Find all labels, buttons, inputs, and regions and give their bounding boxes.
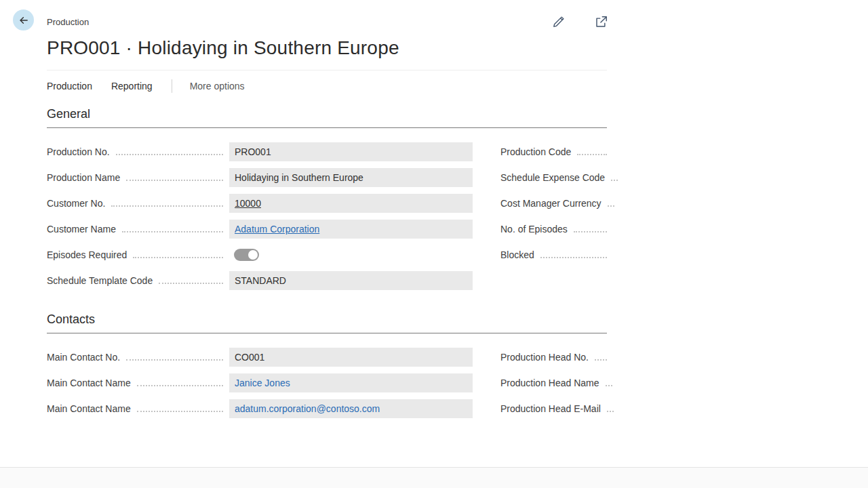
- header-divider: [47, 70, 607, 70]
- field-row-schedule-expense-code: Schedule Expense Code: [500, 165, 607, 190]
- field-row-main-contact-no: Main Contact No. CO001: [47, 344, 473, 370]
- back-button[interactable]: [13, 9, 34, 30]
- field-row-production-code: Production Code: [500, 139, 607, 165]
- menu-item-reporting[interactable]: Reporting: [111, 81, 153, 92]
- field-row-production-head-no: Production Head No.: [500, 344, 607, 370]
- field-label: Schedule Expense Code: [500, 172, 605, 183]
- share-icon[interactable]: [594, 15, 608, 28]
- field-label: Schedule Template Code: [47, 275, 153, 286]
- field-label: Main Contact Name: [47, 378, 131, 388]
- field-row-production-no: Production No. PRO001: [47, 139, 473, 165]
- dotted-leader: [133, 257, 223, 258]
- field-label: Episodes Required: [47, 249, 127, 260]
- dotted-leader: [577, 154, 607, 155]
- pencil-icon[interactable]: [552, 15, 566, 28]
- dotted-leader: [611, 180, 618, 181]
- breadcrumb[interactable]: Production: [47, 17, 89, 27]
- action-menubar: Production Reporting More options: [47, 79, 245, 93]
- dotted-leader: [111, 205, 223, 207]
- episodes-required-toggle[interactable]: [234, 249, 259, 261]
- field-value: STANDARD: [235, 275, 286, 286]
- section-title-general: General: [47, 107, 607, 128]
- field-label: Cost Manager Currency: [500, 198, 601, 209]
- field-label: Blocked: [500, 249, 534, 260]
- customer-no-input[interactable]: 10000: [229, 194, 473, 213]
- dotted-leader: [606, 385, 612, 386]
- dotted-leader: [116, 154, 223, 155]
- dotted-leader: [126, 180, 223, 181]
- dotted-leader: [137, 385, 223, 386]
- field-label: Main Contact No.: [47, 352, 120, 363]
- toggle-knob: [248, 250, 258, 260]
- field-label: No. of Episodes: [500, 224, 568, 235]
- dotted-leader: [574, 231, 607, 232]
- production-no-input[interactable]: PRO001: [229, 142, 473, 161]
- field-label: Production Head Name: [500, 378, 599, 388]
- section-title-contacts: Contacts: [47, 312, 607, 333]
- field-row-blocked: Blocked: [500, 242, 607, 268]
- field-label: Production No.: [47, 146, 110, 157]
- field-row-production-name: Production Name Holidaying in Southern E…: [47, 165, 473, 190]
- dotted-leader: [137, 411, 223, 412]
- dotted-leader: [595, 359, 607, 361]
- customer-name-input[interactable]: Adatum Corporation: [229, 220, 473, 239]
- customer-no-drilldown[interactable]: 10000: [235, 198, 261, 209]
- production-card-page: Production PRO001 · Holidaying in Southe…: [0, 0, 868, 488]
- menu-item-production[interactable]: Production: [47, 81, 92, 92]
- card-content: General Production No. PRO001 Production…: [47, 107, 607, 422]
- field-row-main-contact-email: Main Contact Name adatum.corporation@con…: [47, 396, 473, 422]
- field-row-production-head-name: Production Head Name: [500, 370, 607, 396]
- production-name-input[interactable]: Holidaying in Southern Europe: [229, 168, 473, 187]
- field-label: Production Name: [47, 172, 120, 183]
- schedule-template-code-input[interactable]: STANDARD: [229, 271, 473, 290]
- dotted-leader: [607, 411, 614, 412]
- field-value: CO001: [235, 352, 264, 363]
- field-row-main-contact-name: Main Contact Name Janice Jones: [47, 370, 473, 396]
- field-value: PRO001: [235, 146, 271, 157]
- field-row-cost-manager-currency: Cost Manager Currency: [500, 190, 607, 216]
- main-contact-no-input[interactable]: CO001: [229, 348, 473, 367]
- field-row-schedule-template-code: Schedule Template Code STANDARD: [47, 268, 473, 293]
- dotted-leader: [608, 205, 614, 207]
- field-label: Customer No.: [47, 198, 105, 209]
- section-general: General Production No. PRO001 Production…: [47, 107, 607, 293]
- bottom-bar: [0, 467, 868, 488]
- field-row-no-of-episodes: No. of Episodes: [500, 216, 607, 242]
- field-row-customer-no: Customer No. 10000: [47, 190, 473, 216]
- main-contact-email-input[interactable]: adatum.corporation@contoso.com: [229, 399, 473, 418]
- customer-name-link[interactable]: Adatum Corporation: [235, 224, 319, 235]
- field-label: Customer Name: [47, 224, 116, 235]
- field-value: Holidaying in Southern Europe: [235, 172, 363, 183]
- field-label: Production Head No.: [500, 352, 589, 363]
- main-contact-name-input[interactable]: Janice Jones: [229, 373, 473, 392]
- field-label: Production Code: [500, 146, 571, 157]
- page-title: PRO001 · Holidaying in Southern Europe: [47, 37, 399, 59]
- dotted-leader: [540, 257, 607, 258]
- field-label: Production Head E-Mail: [500, 403, 601, 414]
- section-contacts: Contacts Main Contact No. CO001 Main Con…: [47, 312, 607, 422]
- field-label: Main Contact Name: [47, 403, 131, 414]
- dotted-leader: [126, 359, 223, 361]
- main-contact-name-link[interactable]: Janice Jones: [235, 378, 290, 388]
- arrow-left-icon: [18, 15, 29, 26]
- field-row-episodes-required: Episodes Required: [47, 242, 473, 268]
- main-contact-email-link[interactable]: adatum.corporation@contoso.com: [235, 403, 380, 414]
- menu-divider: [172, 79, 172, 93]
- more-options-button[interactable]: More options: [190, 81, 245, 92]
- dotted-leader: [159, 283, 223, 284]
- field-row-production-head-email: Production Head E-Mail: [500, 396, 607, 422]
- field-row-customer-name: Customer Name Adatum Corporation: [47, 216, 473, 242]
- dotted-leader: [122, 231, 223, 232]
